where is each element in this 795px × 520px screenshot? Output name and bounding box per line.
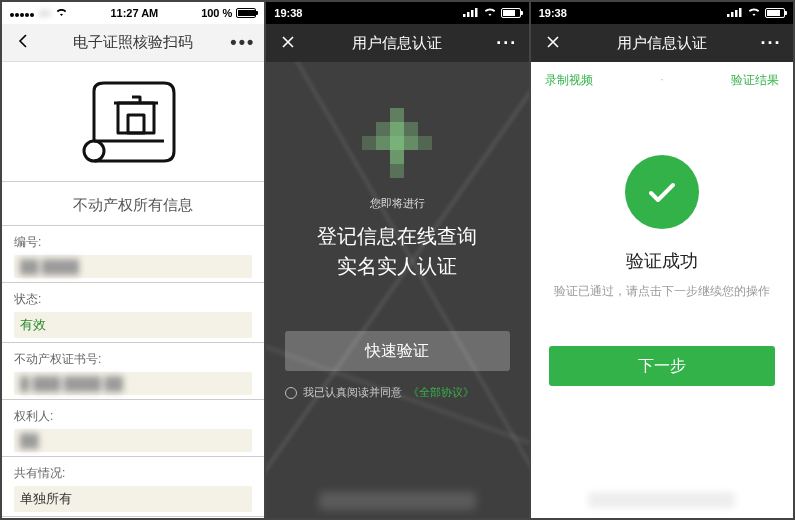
field-value: ██ ████ [20, 259, 79, 274]
screen-verify-intro: 19:38 用户信息认证 ··· [266, 2, 528, 518]
intro-title-line2: 实名实人认证 [337, 255, 457, 277]
svg-point-0 [84, 141, 104, 161]
nav-title: 用户信息认证 [300, 34, 494, 53]
field-label: 共有情况: [14, 465, 252, 482]
quick-verify-button[interactable]: 快速验证 [285, 331, 511, 371]
status-bar: 19:38 [266, 2, 528, 24]
field-label: 状态: [14, 291, 252, 308]
field-owner: 权利人: ██ [2, 400, 264, 457]
battery-icon [765, 8, 785, 18]
field-value: █ ███ ████ ██ [20, 376, 123, 391]
svg-rect-6 [475, 8, 478, 17]
field-value: 单独所有 [14, 486, 252, 512]
intro-title: 登记信息在线查询 实名实人认证 [317, 221, 477, 281]
content-area: 录制视频 · 验证结果 验证成功 验证已通过，请点击下一步继续您的操作 下一步 [531, 62, 793, 518]
nav-title: 用户信息认证 [565, 34, 759, 53]
signal-icon [463, 7, 479, 19]
field-label: 编号: [14, 234, 252, 251]
footer-blur [319, 492, 476, 510]
intro-title-line1: 登记信息在线查询 [317, 225, 477, 247]
more-button[interactable]: ··· [495, 33, 519, 54]
wifi-icon [55, 7, 68, 19]
agreement-text: 我已认真阅读并同意 [303, 385, 402, 400]
svg-rect-5 [471, 10, 474, 17]
svg-rect-9 [735, 10, 738, 17]
signal-icon [727, 7, 743, 19]
field-label: 权利人: [14, 408, 252, 425]
status-time: 19:38 [274, 7, 302, 19]
back-button[interactable] [12, 32, 36, 53]
carrier-label: ••• [39, 7, 51, 19]
status-bar: ••• 11:27 AM 100 % [2, 2, 264, 24]
svg-rect-1 [118, 103, 154, 133]
next-step-button[interactable]: 下一步 [549, 346, 775, 386]
svg-rect-3 [463, 14, 466, 17]
nav-bar: 电子证照核验扫码 ••• [2, 24, 264, 62]
field-coownership: 共有情况: 单独所有 [2, 457, 264, 517]
close-button[interactable] [541, 33, 565, 54]
agreement-link[interactable]: 《全部协议》 [408, 385, 474, 400]
more-button[interactable]: ··· [759, 33, 783, 54]
svg-rect-7 [727, 14, 730, 17]
document-roll-icon [2, 62, 264, 182]
content-area: 您即将进行 登记信息在线查询 实名实人认证 快速验证 我已认真阅读并同意 《全部… [266, 62, 528, 518]
result-title: 验证成功 [626, 249, 698, 273]
field-value: ██ [20, 433, 38, 448]
tab-separator-icon: · [660, 72, 663, 89]
wifi-icon [483, 7, 497, 19]
tab-verify-result[interactable]: 验证结果 [731, 72, 779, 89]
more-button[interactable]: ••• [230, 32, 254, 53]
svg-rect-10 [739, 8, 742, 17]
close-button[interactable] [276, 33, 300, 54]
svg-rect-8 [731, 12, 734, 17]
field-status: 状态: 有效 [2, 283, 264, 343]
field-cert-no: 不动产权证书号: █ ███ ████ ██ [2, 343, 264, 400]
battery-icon [501, 8, 521, 18]
signal-icon [10, 7, 35, 19]
nav-title: 电子证照核验扫码 [36, 33, 230, 52]
result-subtitle: 验证已通过，请点击下一步继续您的操作 [554, 283, 770, 300]
section-title: 不动产权所有信息 [2, 182, 264, 226]
status-time: 19:38 [539, 7, 567, 19]
pixel-cross-logo [362, 108, 432, 178]
field-label: 不动产权证书号: [14, 351, 252, 368]
content-area: 不动产权所有信息 编号: ██ ████ 状态: 有效 不动产权证书号: █ █… [2, 62, 264, 518]
success-check-icon [625, 155, 699, 229]
screen-verify-success: 19:38 用户信息认证 ··· 录制视频 · 验证结果 验证成功 验证已通过，… [531, 2, 793, 518]
status-time: 11:27 AM [68, 7, 202, 19]
tab-record-video[interactable]: 录制视频 [545, 72, 593, 89]
field-id: 编号: ██ ████ [2, 226, 264, 283]
nav-bar: 用户信息认证 ··· [531, 24, 793, 62]
agreement-radio[interactable] [285, 387, 297, 399]
field-value: 有效 [14, 312, 252, 338]
screen-license-detail: ••• 11:27 AM 100 % 电子证照核验扫码 ••• [2, 2, 264, 518]
nav-bar: 用户信息认证 ··· [266, 24, 528, 62]
footer-blur [588, 492, 735, 508]
svg-rect-2 [128, 115, 144, 133]
step-tabs: 录制视频 · 验证结果 [531, 62, 793, 89]
battery-icon [236, 8, 256, 18]
intro-pretext: 您即将进行 [370, 196, 425, 211]
battery-text: 100 % [201, 7, 232, 19]
agreement-row[interactable]: 我已认真阅读并同意 《全部协议》 [285, 385, 511, 400]
status-bar: 19:38 [531, 2, 793, 24]
svg-rect-4 [467, 12, 470, 17]
wifi-icon [747, 7, 761, 19]
